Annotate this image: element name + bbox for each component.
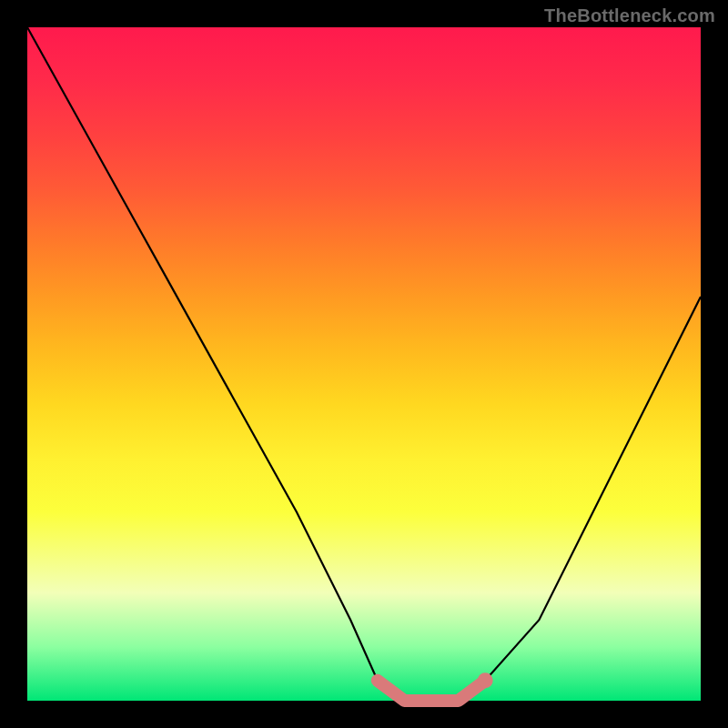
curve-svg: [27, 27, 701, 701]
highlight-segment-path: [378, 681, 485, 701]
watermark-text: TheBottleneck.com: [544, 5, 715, 26]
highlight-dot-right: [478, 672, 493, 688]
plot-area: [27, 27, 701, 701]
bottleneck-curve-path: [27, 27, 701, 701]
chart-frame: TheBottleneck.com: [0, 0, 728, 728]
